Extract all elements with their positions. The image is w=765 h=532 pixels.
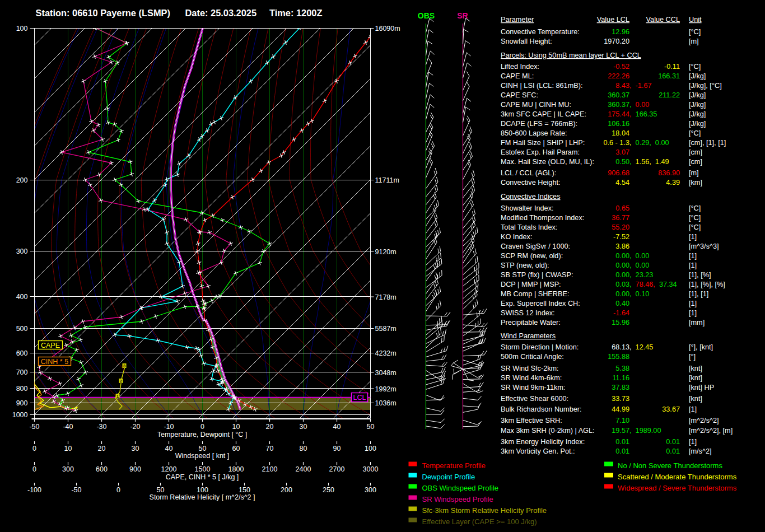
svg-text:[°], [knt]: [°], [knt]: [689, 343, 713, 351]
svg-text:0.00: 0.00: [615, 252, 629, 260]
svg-text:Bulk Richardson Number:: Bulk Richardson Number:: [501, 405, 582, 413]
svg-text:175.44: 175.44: [608, 110, 629, 118]
svg-text:222.26: 222.26: [608, 72, 629, 80]
svg-text:500m Critical Angle:: 500m Critical Angle:: [501, 353, 564, 361]
svg-text:3: 3: [123, 363, 126, 368]
svg-text:OBS: OBS: [418, 11, 435, 20]
svg-text:2700: 2700: [329, 465, 345, 473]
svg-text:[mm]: [mm]: [689, 319, 705, 326]
svg-text:Station: 06610 Payerne (LSMP): Station: 06610 Payerne (LSMP): [36, 8, 170, 18]
svg-text:4.54: 4.54: [615, 179, 629, 186]
svg-text:10: 10: [64, 445, 72, 452]
svg-text:11.16: 11.16: [612, 374, 629, 382]
svg-text:300: 300: [16, 248, 28, 255]
svg-text:[J/kg], [°C]: [J/kg], [°C]: [689, 82, 722, 90]
svg-text:Convective Height:: Convective Height:: [501, 179, 561, 186]
svg-text:100: 100: [16, 25, 28, 32]
svg-text:2400: 2400: [296, 465, 311, 473]
svg-text:Estofex Exp. Hail Param:: Estofex Exp. Hail Param:: [501, 148, 580, 156]
svg-text:-50: -50: [71, 486, 81, 494]
svg-text:900: 900: [16, 399, 28, 407]
svg-text:836.90: 836.90: [658, 169, 680, 177]
svg-text:[m^3/s^3]: [m^3/s^3]: [689, 242, 719, 250]
svg-text:[°C]: [°C]: [689, 214, 701, 222]
svg-text:44.99: 44.99: [612, 405, 629, 413]
svg-text:[J/kg]: [J/kg]: [689, 110, 706, 118]
svg-text:, 0.29, 0.00: , 0.29, 0.00: [629, 139, 669, 147]
svg-text:[m^2/s^2]: [m^2/s^2]: [689, 417, 719, 424]
svg-text:[m^2/s^2], [m]: [m^2/s^2], [m]: [689, 427, 733, 435]
svg-text:Parcels: Using 50mB mean layer: Parcels: Using 50mB mean layer LCL + CCL: [501, 52, 641, 59]
svg-text:100: 100: [197, 486, 208, 494]
svg-text:5.38: 5.38: [615, 365, 629, 372]
svg-text:CAPE ML:: CAPE ML:: [501, 72, 534, 80]
svg-text:Dewpoint Profile: Dewpoint Profile: [422, 473, 475, 481]
svg-text:0: 0: [116, 486, 120, 494]
svg-text:[J/kg]: [J/kg]: [689, 72, 706, 80]
svg-text:33.67: 33.67: [662, 405, 680, 413]
svg-text:[°C]: [°C]: [689, 204, 701, 212]
svg-text:Value LCL: Value LCL: [597, 16, 629, 24]
svg-text:[1]: [1]: [689, 438, 697, 446]
svg-text:0: 0: [200, 423, 204, 431]
svg-text:[°]: [°]: [689, 353, 696, 361]
svg-text:0.01: 0.01: [615, 438, 629, 446]
svg-text:3km SFC CAPE | IL CAPE:: 3km SFC CAPE | IL CAPE:: [501, 110, 586, 118]
svg-text:0.00: 0.00: [615, 262, 629, 269]
svg-text:SB STP (fix) | CWASP:: SB STP (fix) | CWASP:: [501, 271, 573, 279]
svg-text:-20: -20: [130, 423, 140, 431]
svg-text:-40: -40: [63, 423, 73, 431]
svg-text:CINH * 5: CINH * 5: [41, 358, 68, 366]
svg-text:Lifted Index:: Lifted Index:: [501, 63, 539, 71]
svg-text:, 1.56, 1.49: , 1.56, 1.49: [629, 158, 669, 166]
svg-text:Modified Thompson Index:: Modified Thompson Index:: [501, 214, 584, 222]
svg-text:-100: -100: [27, 486, 41, 494]
svg-text:Storm Relative Helicity [ m^2: Storm Relative Helicity [ m^2/s^2 ]: [150, 493, 255, 501]
svg-text:[cm]: [cm]: [689, 158, 702, 166]
svg-text:600: 600: [16, 349, 28, 357]
svg-text:0.40: 0.40: [615, 300, 629, 307]
svg-text:SCP RM (new, old):: SCP RM (new, old):: [501, 252, 563, 260]
svg-text:-7.52: -7.52: [613, 233, 629, 241]
svg-text:1970.20: 1970.20: [604, 38, 629, 45]
svg-text:Max. Hail Size (OLD, MU, IL):: Max. Hail Size (OLD, MU, IL):: [501, 158, 594, 166]
svg-text:[1]: [1]: [689, 300, 697, 307]
svg-text:CAPE: CAPE: [41, 342, 60, 349]
svg-text:Total Totals Index:: Total Totals Index:: [501, 223, 557, 231]
svg-text:3000: 3000: [363, 465, 379, 473]
svg-text:68.13: 68.13: [612, 343, 629, 351]
svg-text:[1], [%], [%]: [1], [%], [%]: [689, 281, 725, 288]
svg-text:-1.64: -1.64: [613, 309, 629, 317]
svg-text:360.37: 360.37: [608, 101, 629, 109]
svg-text:300: 300: [62, 465, 74, 473]
svg-text:[knt]: [knt]: [689, 395, 702, 403]
svg-text:, 78.46, 37.34: , 78.46, 37.34: [629, 281, 677, 288]
svg-text:200: 200: [16, 176, 28, 184]
svg-text:[°C]: [°C]: [689, 63, 701, 71]
svg-text:4.39: 4.39: [666, 179, 680, 186]
svg-text:Parameter: Parameter: [501, 16, 534, 24]
svg-text:[1]: [1]: [689, 309, 697, 317]
svg-text:No / Non Severe Thunderstorms: No / Non Severe Thunderstorms: [618, 461, 722, 470]
svg-text:, 0.00: , 0.00: [629, 252, 649, 260]
svg-text:850-600 Lapse Rate:: 850-600 Lapse Rate:: [501, 129, 567, 137]
svg-text:906.68: 906.68: [608, 169, 629, 177]
svg-text:600: 600: [96, 465, 108, 473]
svg-text:SR Wind 9km-11km:: SR Wind 9km-11km:: [501, 384, 565, 391]
svg-text:-0.52: -0.52: [613, 63, 629, 71]
svg-text:DCAPE (LFS = 766mB):: DCAPE (LFS = 766mB):: [501, 120, 577, 128]
svg-text:CAPE SFC:: CAPE SFC:: [501, 91, 538, 99]
svg-text:0: 0: [32, 465, 36, 473]
svg-text:, -1.67: , -1.67: [629, 82, 652, 90]
svg-text:SR Wind Sfc-2km:: SR Wind Sfc-2km:: [501, 365, 559, 372]
svg-text:-0.11: -0.11: [664, 63, 680, 71]
svg-text:Temperature, Dewpoint [ °C ]: Temperature, Dewpoint [ °C ]: [157, 431, 248, 438]
svg-text:0.03: 0.03: [615, 281, 629, 288]
svg-text:19.57: 19.57: [612, 427, 629, 435]
svg-text:15.96: 15.96: [612, 319, 629, 326]
svg-text:[cm]: [cm]: [689, 148, 702, 156]
svg-text:, 166.35: , 166.35: [629, 110, 657, 118]
svg-text:9120m: 9120m: [375, 248, 397, 256]
svg-text:33.73: 33.73: [612, 395, 629, 403]
svg-text:2: 2: [120, 379, 123, 384]
